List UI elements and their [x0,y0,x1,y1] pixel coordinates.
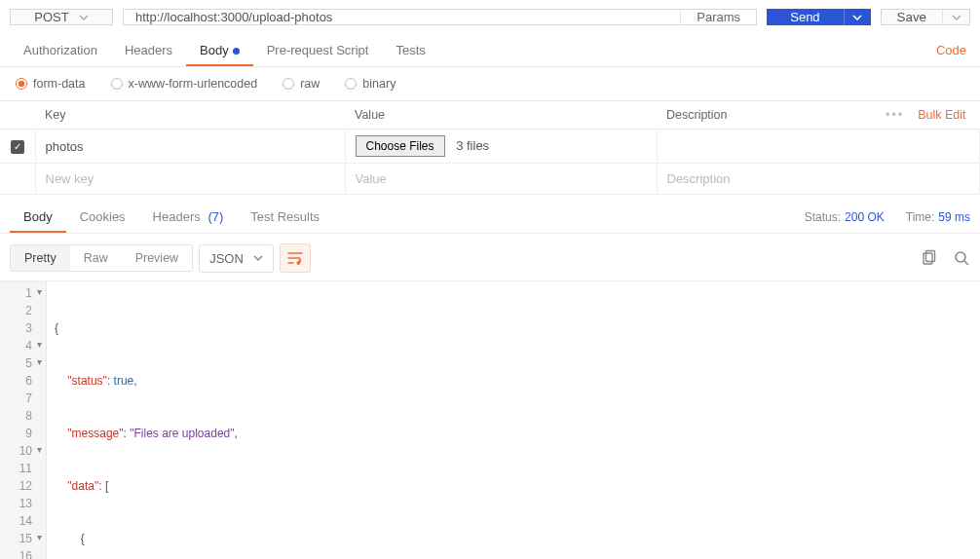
new-desc-input[interactable]: Description [657,164,980,195]
tab-prerequest[interactable]: Pre-request Script [253,35,383,65]
chevron-down-icon [952,13,961,22]
radio-icon [283,78,294,90]
col-desc-header: Description [657,101,853,130]
wrap-icon [287,251,303,265]
resp-tab-headers[interactable]: Headers (7) [139,202,238,232]
copy-response-button[interactable] [920,249,937,267]
response-code-body[interactable]: { "status": true, "message": "Files are … [47,281,980,559]
resp-status: Status:200 OK [805,210,885,224]
file-count-label: 3 files [456,138,489,153]
send-button[interactable]: Send [767,9,843,25]
unsaved-dot-icon [233,48,240,55]
checkbox-checked-icon[interactable]: ✓ [11,140,24,154]
body-type-urlencoded[interactable]: x-www-form-urlencoded [111,77,258,91]
resp-time: Time:59 ms [906,210,970,224]
http-method-label: POST [34,10,68,24]
search-response-button[interactable] [953,249,970,267]
line-number-gutter: 1▾ 2 3 4▾ 5▾ 6 7 8 9 10▾ 11 12 13 14 15▾… [0,281,47,559]
wrap-lines-button[interactable] [280,243,311,273]
chevron-down-icon [79,13,89,22]
formdata-new-row[interactable]: New key Value Description [0,164,980,195]
tab-tests[interactable]: Tests [382,35,438,65]
view-pretty-button[interactable]: Pretty [11,245,70,271]
body-type-binary[interactable]: binary [345,77,396,91]
resp-tab-tests[interactable]: Test Results [237,202,333,232]
formdata-table: Key Value Description •••Bulk Edit ✓ pho… [0,100,980,195]
more-icon[interactable]: ••• [886,108,904,122]
url-input[interactable] [124,10,680,24]
radio-icon [16,78,27,90]
view-raw-button[interactable]: Raw [70,245,122,271]
tab-body[interactable]: Body [186,35,253,65]
save-button[interactable]: Save [882,10,942,24]
body-type-formdata[interactable]: form-data [16,77,86,91]
response-language-dropdown[interactable]: JSON [199,244,274,273]
chevron-down-icon [852,13,862,22]
svg-point-2 [956,252,965,262]
svg-rect-1 [926,251,935,262]
chevron-down-icon [253,253,263,263]
tab-headers[interactable]: Headers [111,35,186,65]
choose-files-button[interactable]: Choose Files [356,135,445,157]
formdata-key-cell[interactable]: photos [35,130,345,164]
col-value-header: Value [345,101,657,130]
send-dropdown-button[interactable] [844,9,871,25]
body-type-raw[interactable]: raw [283,77,320,91]
radio-icon [345,78,357,90]
svg-rect-0 [923,253,932,264]
bulk-edit-link[interactable]: Bulk Edit [918,108,965,122]
resp-tab-body[interactable]: Body [10,202,66,232]
radio-icon [111,78,123,90]
params-button[interactable]: Params [680,10,756,24]
view-preview-button[interactable]: Preview [122,245,192,271]
save-dropdown-button[interactable] [942,10,969,24]
resp-tab-cookies[interactable]: Cookies [66,202,139,232]
tab-authorization[interactable]: Authorization [10,35,111,65]
new-value-input[interactable]: Value [345,164,657,195]
http-method-dropdown[interactable]: POST [10,9,113,25]
response-json-viewer[interactable]: 1▾ 2 3 4▾ 5▾ 6 7 8 9 10▾ 11 12 13 14 15▾… [0,280,980,559]
formdata-row[interactable]: ✓ photos Choose Files 3 files [0,130,980,164]
new-key-input[interactable]: New key [35,164,345,195]
col-key-header: Key [35,101,345,130]
code-link[interactable]: Code [936,43,970,57]
